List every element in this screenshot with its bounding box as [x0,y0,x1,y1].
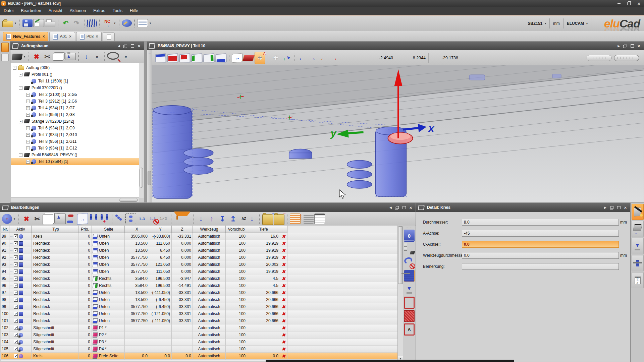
numbering-off-icon[interactable]: 1₂3 [148,214,158,224]
filter-icon[interactable] [174,212,191,226]
close-icon[interactable] [408,205,414,210]
nc-generate-icon[interactable]: NC [102,17,112,29]
new-tab-stub[interactable] [103,33,115,41]
a-achse-input[interactable]: -45 [462,230,619,237]
table-row[interactable]: 105 Sägeschnitt 0 P4 * Automatisch 100 [1,346,398,353]
add-edit-icon[interactable] [2,214,12,224]
active-checkbox[interactable] [14,255,18,259]
view-slider[interactable] [614,55,639,61]
bemerkung-input[interactable] [462,263,619,270]
tree-vertical-scrollbar[interactable] [139,63,144,198]
tab-close-icon[interactable] [42,34,45,39]
table-row[interactable]: 98 Rechteck 0 Unten 13.500 -(-6.450) -33… [1,296,398,303]
hide-contour-icon[interactable] [404,256,415,268]
move-down-icon[interactable]: ↓ [196,214,206,224]
mirror-edit-icon[interactable] [77,213,88,225]
werkzeugdurchmesser-input[interactable]: 0.0 [462,252,619,259]
column-header[interactable]: Nr. [1,226,9,233]
report-dropdown[interactable]: ▾ [149,17,152,29]
numbering-icon[interactable]: 1₂3 [137,214,147,224]
float-icon[interactable] [609,205,615,210]
tree-item[interactable]: Teil 7 (934) [1] 2,G10 [11,131,139,138]
delete-row-icon[interactable] [282,325,285,330]
transfer-edit-icon[interactable] [66,214,76,224]
active-checkbox[interactable] [14,340,18,344]
table-row[interactable]: 90 Rechteck 0 Oben 13.500 111.050 0.000 … [1,240,398,247]
paste-icon[interactable] [65,53,76,60]
mode-select[interactable]: ELUCAM▾ [567,21,588,26]
profile-menu-dropdown[interactable]: ▾ [23,51,26,62]
column-header[interactable]: Prio. [78,226,92,233]
tree-item[interactable]: Teil 9 (934) [1] 2,G12 [11,145,139,152]
active-checkbox[interactable] [14,291,18,295]
tree-item[interactable]: Teil 10 (3584) [1] [11,158,139,165]
delete-row-icon[interactable] [282,255,285,260]
column-header[interactable] [280,226,287,233]
document-tab[interactable]: A01 [49,32,75,41]
column-header[interactable]: Aktiv [9,226,32,233]
table-row[interactable]: 92 Rechteck 0 Oben 3577.750 6.450 0.000 … [1,254,398,261]
tree-item[interactable]: Teil 2 (2100) [1] 2,G5 [11,91,139,98]
3d-scene[interactable]: y x [152,65,644,202]
pin-icon[interactable] [616,44,622,49]
table-row[interactable]: 91 Rechteck 0 Oben 13.500 6.450 0.000 Au… [1,247,398,254]
active-checkbox[interactable] [14,269,18,274]
column-header[interactable]: Typ [32,226,78,233]
delete-row-icon[interactable] [282,318,285,323]
active-checkbox[interactable] [14,333,18,337]
profile-menu-icon[interactable] [11,54,22,60]
previous-part-icon[interactable]: ← [297,52,307,64]
active-checkbox[interactable] [14,354,18,358]
active-checkbox[interactable] [14,234,18,238]
menu-item[interactable]: Datei [0,7,17,15]
durchmesser-input[interactable]: 8.0 [462,219,619,226]
delete-row-icon[interactable] [282,304,285,309]
tree-item[interactable]: Profil 001 () [11,71,139,78]
c-achse-input[interactable]: 0.0 [462,241,619,248]
tree-item[interactable]: Profil B549845_PRAVY () [11,152,139,158]
maximize-icon[interactable] [129,44,135,49]
view-top-icon[interactable] [155,53,166,62]
next-edit-icon[interactable]: → [329,52,339,64]
mode-button[interactable] [632,255,644,271]
tree-item[interactable]: Teil 3 (2912) [1] 2,G6 [11,98,139,105]
countersink-icon[interactable]: ▼ [404,283,415,295]
delete-row-icon[interactable] [282,241,285,246]
rotate-a-icon[interactable]: A [404,323,415,336]
table-vertical-scrollbar[interactable] [397,226,403,361]
tree-expander[interactable] [19,153,22,157]
active-checkbox[interactable] [14,241,18,245]
tree-item[interactable]: Teil 6 (934) [1] 2,G9 [11,125,139,131]
flip-view-icon[interactable]: ↔ [232,53,243,63]
column-header[interactable]: X [125,226,149,233]
select-cursor-icon[interactable]: ▲ [279,50,294,65]
mode-button[interactable]: 1- 2- 3- [632,272,644,288]
view-bottom-icon[interactable] [215,53,227,62]
move-to-bottom-icon[interactable]: ↧ [217,214,227,224]
previous-edit-icon[interactable]: ← [318,52,328,64]
menu-item[interactable]: Aktionen [66,7,90,15]
tree-item[interactable]: Teil 11 (1500) [1] [11,78,139,84]
drill-depth-icon[interactable] [404,270,415,282]
active-checkbox[interactable] [14,326,18,330]
delete-row-icon[interactable] [282,262,285,267]
scrollbar-thumb[interactable] [119,198,138,202]
tab-close-icon[interactable] [96,34,98,39]
zoom-to-part-icon[interactable] [107,52,119,60]
next-part-icon[interactable]: → [308,52,318,64]
active-checkbox[interactable] [14,319,18,323]
undo-icon[interactable]: ↶ [61,17,71,29]
menu-item[interactable]: Bearbeiten [17,7,45,15]
document-tab[interactable]: New_Features [3,32,48,41]
table-row[interactable]: 96 Rechteck 0 Rechts 3584.0 196.500 -14.… [1,282,398,289]
pin-icon[interactable] [388,205,393,210]
redo-icon[interactable]: ↷ [71,17,82,29]
maximize-icon[interactable] [616,205,622,210]
print-icon[interactable] [45,21,55,27]
mode-button[interactable]: ▼ [632,238,644,254]
float-icon[interactable] [394,205,400,210]
group-add-icon[interactable] [262,214,273,225]
active-checkbox[interactable] [14,262,18,266]
column-header[interactable]: Z [172,226,193,233]
slot-outline-icon[interactable] [404,297,415,309]
